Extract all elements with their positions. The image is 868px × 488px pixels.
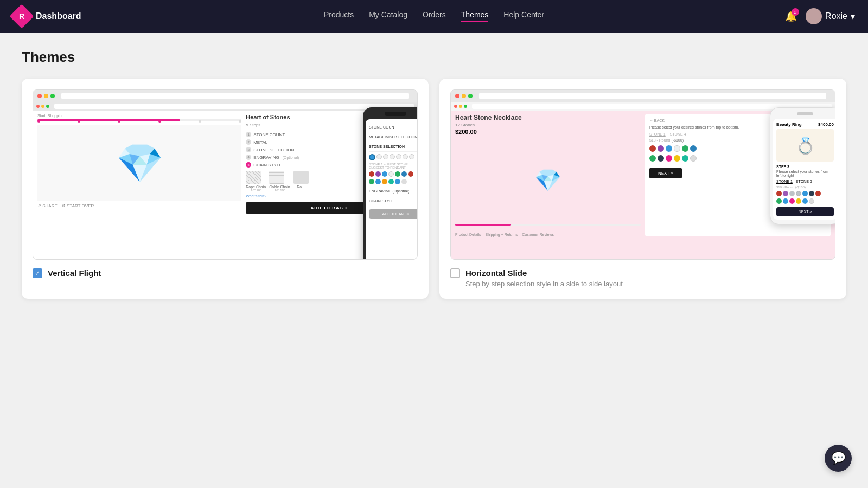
theme-checkbox-left[interactable]: ✓ [33, 268, 42, 278]
logo-diamond: R [9, 4, 34, 28]
chain-option-cable[interactable]: Cable Chain 16" 18" [269, 171, 290, 192]
phone-right-instruction: Please select your stones from left to r… [776, 170, 834, 177]
phone-stone-2: STONE 5 [796, 179, 812, 183]
phone-step-stone-selection: STONE SELECTION− [369, 142, 417, 152]
theme-label-right: Horizontal Slide Step by step selection … [450, 268, 835, 288]
step-num-3: 3 [246, 147, 251, 152]
browser-address-right [479, 93, 826, 99]
phone-step-stone-count: STONE COUNT+ [369, 123, 417, 132]
phone-right-dots-row1 [776, 191, 834, 196]
step-num-1: 1 [246, 132, 251, 137]
product-actions: ↗ SHARE ↺ START OVER [37, 203, 241, 208]
chat-button[interactable]: 💬 [825, 445, 852, 472]
main-nav: Products My Catalog Orders Themes Help C… [324, 10, 544, 22]
next-button-right[interactable]: NEXT » [649, 168, 682, 178]
header: R Dashboard Products My Catalog Orders T… [0, 0, 868, 33]
tab-shipping[interactable]: Shipping + Returns [485, 233, 518, 236]
user-name: Roxie [825, 11, 847, 21]
right-product-price: $200.00 [455, 129, 641, 135]
stone-label-2: STONE 4 [670, 132, 686, 136]
right-product-subtitle: 12 Stones [455, 123, 641, 127]
browser-mock-right: Heart Stone Necklace 12 Stones $200.00 💎 [450, 89, 835, 260]
nav-themes[interactable]: Themes [461, 10, 489, 22]
phone-color-dots-row1 [369, 154, 417, 160]
nav-orders[interactable]: Orders [423, 10, 446, 22]
user-menu[interactable]: Roxie ▾ [806, 8, 855, 24]
browser-mock-left: Start Shopping [33, 89, 418, 260]
browser-min-left [44, 94, 48, 98]
page-content: Themes [0, 33, 868, 315]
browser-max-left [50, 94, 55, 98]
phone-right-product: Beauty Ring [776, 122, 802, 127]
right-product-tabs: Product Details Shipping + Returns Custo… [455, 229, 641, 236]
nav-products[interactable]: Products [324, 10, 354, 22]
product-image-area: Start Shopping [37, 114, 241, 214]
right-product-area: Heart Stone Necklace 12 Stones $200.00 💎 [455, 114, 641, 236]
theme-card-horizontal: Heart Stone Necklace 12 Stones $200.00 💎 [439, 79, 846, 299]
avatar [806, 8, 822, 24]
phone-add-bag-left[interactable]: ADD TO BAG » [369, 209, 417, 219]
step-num-2: 2 [246, 139, 251, 145]
phone-screen-left: STONE COUNT+ METAL/FINISH SELECTION+ STO… [366, 119, 417, 259]
browser-max-right [468, 94, 473, 98]
start-over-icon[interactable]: ↺ START OVER [62, 203, 94, 208]
phone-right-dots-row2 [776, 198, 834, 204]
phone-right-step: STEP 3 [776, 165, 834, 169]
right-product-title: Heart Stone Necklace [455, 114, 641, 121]
phone-stone-1: STONE 1 [776, 179, 793, 183]
share-icon[interactable]: ↗ SHARE [37, 203, 58, 208]
progress-bar: Start Shopping [37, 114, 241, 121]
chat-icon: 💬 [831, 451, 846, 465]
nav-help[interactable]: Help Center [503, 10, 544, 22]
theme-card-vertical: Start Shopping [22, 79, 429, 299]
phone-mockup-right: Beauty Ring $400.00 💍 STEP 3 Please sele… [770, 107, 835, 224]
phone-right-price: $400.00 [818, 122, 834, 127]
browser-titlebar-left [33, 90, 417, 102]
left-preview: Start Shopping [37, 114, 413, 214]
theme-title-left: Vertical Flight [48, 268, 101, 278]
right-product-image: 💎 [455, 139, 641, 221]
logo[interactable]: R Dashboard [13, 8, 81, 25]
stone-label-1: STONE 1 [649, 132, 666, 136]
step-num-5: 5 [246, 162, 251, 168]
tab-product-details[interactable]: Product Details [455, 233, 481, 236]
browser-titlebar-right [451, 90, 835, 102]
chevron-down-icon: ▾ [851, 11, 855, 22]
theme-title-right: Horizontal Slide [465, 268, 623, 278]
phone-color-dots-row2 [369, 171, 417, 177]
nav-catalog[interactable]: My Catalog [369, 10, 407, 22]
phone-step-engraving: ENGRAVING (Optional)+ [369, 187, 417, 196]
page-title: Themes [22, 49, 846, 66]
phone-step-metal: METAL/FINISH SELECTION+ [369, 132, 417, 142]
browser-address-left [61, 93, 409, 99]
check-icon: ✓ [35, 270, 40, 277]
logo-letter: R [19, 12, 24, 21]
browser-min-right [462, 94, 466, 98]
theme-desc-right: Step by step selection style in a side t… [465, 280, 623, 288]
chain-option-other[interactable]: Ra... [293, 171, 309, 192]
logo-text: Dashboard [36, 11, 81, 21]
step-num-4: 4 [246, 155, 251, 160]
browser-close-right [455, 94, 459, 98]
theme-name-left: Vertical Flight [48, 268, 101, 278]
tab-reviews[interactable]: Customer Reviews [522, 233, 554, 236]
browser-close-left [37, 94, 42, 98]
theme-label-left: ✓ Vertical Flight [33, 268, 418, 278]
phone-next-btn-right[interactable]: NEXT » [776, 207, 834, 216]
themes-container: Start Shopping [22, 79, 846, 299]
notification-button[interactable]: 🔔 2 [785, 10, 797, 22]
chain-option-rope[interactable]: Rope Chain 16" 18" [246, 171, 266, 192]
product-image-placeholder: 💎 [37, 125, 241, 201]
theme-name-right-wrapper: Horizontal Slide Step by step selection … [465, 268, 623, 288]
phone-mockup-left: STONE COUNT+ METAL/FINISH SELECTION+ STO… [363, 107, 417, 259]
theme-checkbox-right[interactable] [450, 268, 460, 278]
phone-step-chain: CHAIN STYLE+ [369, 196, 417, 206]
right-phone-screen: Beauty Ring $400.00 💍 STEP 3 Please sele… [773, 119, 835, 220]
notification-count: 2 [792, 8, 799, 16]
phone-color-dots-row3 [369, 179, 417, 184]
header-right: 🔔 2 Roxie ▾ [785, 8, 855, 24]
phone-notch-left [385, 112, 406, 116]
